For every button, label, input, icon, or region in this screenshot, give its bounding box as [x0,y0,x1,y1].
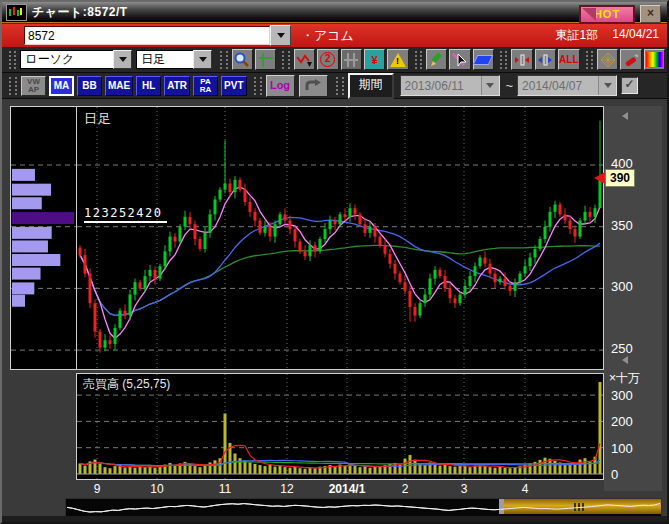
indicator-pvt-button[interactable]: PVT [221,76,246,96]
toolbar-grip[interactable] [415,51,422,69]
window-bottom-edge [2,516,667,524]
forward-button-disabled[interactable] [299,75,328,97]
log-scale-button[interactable]: Log [266,75,295,97]
all-label: ALL [559,54,578,65]
timeframe-value: 日足 [136,50,193,69]
toolbar-grip[interactable] [220,51,227,69]
indicator-hl-button[interactable]: HL [136,76,161,96]
zoom-button[interactable] [232,49,253,70]
time-axis-label: 10 [150,482,163,496]
alert-button[interactable]: ! [387,49,408,70]
toolbar-grip[interactable] [586,51,593,69]
bent-arrow-icon [305,79,321,93]
toolbar-grip[interactable] [336,77,344,95]
chart-region: 日足 123252420 400350300250×十万3002001000 売… [2,99,667,524]
toolbar-grip[interactable] [9,77,17,95]
yen-scale-button[interactable]: ¥ [364,49,385,70]
volume-panel-label: 売買高 (5,25,75) [83,376,170,393]
grid-settings-button-disabled[interactable] [341,49,362,70]
circle-2-button[interactable]: 2 [317,49,338,70]
trend-arrow-icon [296,52,312,68]
close-button[interactable]: × [640,5,661,23]
volume-by-price-chart [11,107,76,369]
dynamite-button[interactable] [620,49,641,70]
cursor-icon [452,52,468,68]
indicator-mae-button[interactable]: MAE [105,76,133,96]
volume-panel: 売買高 (5,25,75) [76,373,604,480]
grid-icon [258,52,274,68]
quote-date: 14/04/21 [612,27,659,44]
range-navigator[interactable] [65,498,662,517]
magnifier-icon [234,52,250,68]
toolbar-grip[interactable] [282,51,289,69]
chevron-down-icon[interactable] [598,76,616,95]
indicator-ma-button[interactable]: MA [49,76,74,96]
circle-2-icon: 2 [320,52,335,67]
price-axis-tick: 350 [611,219,633,233]
chevron-down-icon[interactable] [193,50,212,69]
symbol-dropdown-button[interactable] [270,25,291,46]
expand-right-button[interactable] [535,49,556,70]
date-to-combobox[interactable]: 2014/04/07 [517,75,617,96]
trend-arrow-button[interactable] [294,49,315,70]
toolbar-grip[interactable] [254,77,262,95]
net-chart-button[interactable] [597,49,618,70]
window-title: チャート:8572/T [32,4,128,21]
price-axis-tick: 250 [611,342,633,356]
grid-disabled-icon [343,52,359,68]
pan-left-icon[interactable] [622,112,628,120]
time-axis-label: 9 [94,482,101,496]
period-checkbox[interactable]: ✓ [621,77,638,94]
compress-left-button[interactable] [511,49,532,70]
quote-bar: ・アコム 東証1部 14/04/21 [2,24,667,47]
time-axis-label: 2014/1 [329,482,366,496]
toolbar-main: ローソク 日足 2 [2,47,667,73]
toolbar-grip[interactable] [500,51,507,69]
chart-type-value: ローソク [20,50,113,69]
indicator-vwap-button[interactable]: VWAP [21,76,46,96]
grid-button[interactable] [255,49,276,70]
hot-button[interactable]: HOT [579,5,635,24]
draw-pencil-button[interactable] [426,49,447,70]
volume-axis-tick: 0 [611,468,618,482]
candle-arrows-blue-icon [537,52,553,68]
eraser-icon [473,55,494,65]
chevron-down-icon[interactable] [481,76,499,95]
navigator-overview-line [66,499,661,514]
indicator-atr-button[interactable]: ATR [164,76,190,96]
price-axis-panel: 400350300250×十万3002001000 [604,106,662,491]
rainbow-color-button[interactable] [644,49,665,70]
range-separator: ~ [506,78,514,93]
timeframe-panel-label: 日足 [84,110,112,128]
symbol-input[interactable] [24,26,270,45]
chevron-down-icon[interactable] [113,50,132,69]
chart-type-combobox[interactable]: ローソク [20,50,132,69]
indicator-bb-button[interactable]: BB [77,76,102,96]
volume-axis-tick: 200 [611,415,633,429]
timeframe-combobox[interactable]: 日足 [136,50,212,69]
show-all-button[interactable]: ALL [558,49,579,70]
yen-icon: ¥ [371,54,377,66]
eraser-button[interactable] [473,49,494,70]
period-button[interactable]: 期間 [348,73,394,99]
volume-by-price-panel [10,106,77,370]
date-from-combobox[interactable]: 2013/06/11 [400,75,500,96]
volume-axis-tick: 300 [611,389,633,403]
indicator-para-button[interactable]: PARA [193,76,218,96]
rainbow-icon [646,52,663,67]
hot-triangle-icon [582,8,596,21]
mini-chart-glyph [7,5,24,18]
chevron-down-icon [277,33,285,38]
title-bar: チャート:8572/T HOT × [2,2,667,23]
date-to-value: 2014/04/07 [518,76,598,95]
volume-axis-tick: 100 [611,442,633,456]
select-cursor-button[interactable] [449,49,470,70]
toolbar-grip[interactable] [9,51,16,69]
time-axis: 91011122014/1234 [76,481,604,496]
dynamite-icon [623,52,639,68]
candlestick-chart [77,107,603,369]
candle-arrows-red-icon [514,52,530,68]
pan-left-icon[interactable] [622,356,628,364]
stock-name: ・アコム [301,27,556,45]
candlestick-chart-icon [6,4,27,21]
